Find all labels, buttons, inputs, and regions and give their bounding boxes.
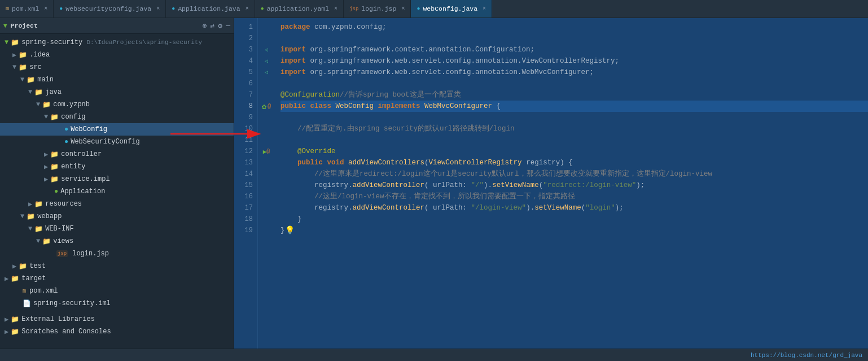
tree-com-yzpnb[interactable]: ▼ 📁 com.yzpnb [0,98,234,111]
gi-1 [259,21,274,33]
code-line-16: //这里/login-view不存在，肯定找不到，所以我们需要配置一下，指定其路… [280,191,868,202]
webconfig-java-icon: ● [417,6,420,12]
project-folder-icon: 📁 [11,38,19,47]
code-body[interactable]: package com.yzpnb.config; import org.spr… [275,18,868,349]
login-jsp-label: login.jsp [72,250,109,258]
iml-file-icon: 📄 [23,299,31,308]
tree-root[interactable]: ▼ 📁 spring-security D:\IdeaProjects\spri… [0,36,234,49]
tree-application[interactable]: ● Application [0,185,234,198]
src-folder-icon: 📁 [19,63,27,72]
gi-3-icon: ◁ [265,46,268,53]
tree-test[interactable]: ▶ 📁 test [0,260,234,272]
wsc-file-icon: ● [64,138,68,146]
tree-websecurityconfig[interactable]: ● WebSecurityConfig [0,136,234,148]
tree-webinf[interactable]: ▼ 📁 WEB-INF [0,223,234,235]
project-expand-icon: ▼ [5,38,8,46]
webinf-folder-icon: 📁 [34,225,43,233]
tree-entity[interactable]: ▶ 📁 entity [0,160,234,173]
ln-4: 4 [234,55,253,67]
tree-main[interactable]: ▼ 📁 main [0,73,234,86]
tree-idea[interactable]: ▶ 📁 .idea [0,49,234,61]
tree-external-libs[interactable]: ▶ 📁 External Libraries [0,313,234,325]
code-line-1: package com.yzpnb.config; [280,21,868,33]
gi-11 [259,134,274,146]
tree-java[interactable]: ▼ 📁 java [0,86,234,98]
tree-login-jsp[interactable]: jsp login.jsp [0,247,234,260]
tab-webconfig-java[interactable]: ● WebConfig.java × [411,0,492,18]
tab-pom-xml-close[interactable]: × [44,6,47,12]
com-label: com.yzpnb [53,101,90,108]
tab-application-java[interactable]: ● Application.java × [166,0,255,18]
gi-14 [259,168,274,180]
sync-icon[interactable]: ⇄ [211,21,215,31]
gi-12-run-icon[interactable]: ▶ [263,148,267,155]
tree-target[interactable]: ▶ 📁 target [0,272,234,285]
code-line-5: import org.springframework.web.servlet.c… [280,67,868,78]
tab-websecurity[interactable]: ● WebSecurityConfig.java × [54,0,166,18]
scratch-label: Scratches and Consoles [21,328,111,336]
gi-9 [259,112,274,123]
web-label: webapp [37,212,62,220]
tab-login-jsp-close[interactable]: × [401,6,405,12]
ln-8: 8 [234,101,253,112]
gi-8-bookmark[interactable]: @ [268,103,271,110]
tab-application-yaml-close[interactable]: × [334,6,337,12]
idea-expand-icon: ▶ [12,51,16,59]
gi-12-at-icon[interactable]: @ [266,149,270,155]
tree-controller[interactable]: ▶ 📁 controller [0,148,234,160]
tree-views[interactable]: ▼ 📁 views [0,235,234,247]
tree-scratches[interactable]: ▶ 📁 Scratches and Consoles [0,325,234,338]
tree-service[interactable]: ▶ 📁 service.impl [0,173,234,185]
tab-application-java-close[interactable]: × [246,6,249,12]
tree-webapp[interactable]: ▼ 📁 webapp [0,210,234,223]
gi-6 [259,78,274,89]
project-folder-icon: ▼ [3,23,7,29]
add-icon[interactable]: ⊕ [203,21,207,31]
tab-websecurity-close[interactable]: × [156,6,160,12]
code-line-12: @Override [280,146,868,157]
warning-bulb-icon[interactable]: 💡 [285,225,295,236]
tree-pom-xml[interactable]: m pom.xml [0,285,234,297]
login-jsp-icon: jsp [349,6,358,12]
tree-root-label: spring-security D:\IdeaProjects\spring-s… [21,38,202,46]
minimize-icon[interactable]: — [226,21,230,31]
settings-icon[interactable]: ⚙ [218,21,222,31]
svc-expand-icon: ▶ [44,175,48,184]
ln-9: 9 [234,112,253,123]
code-line-6 [280,78,868,89]
ln-6: 6 [234,78,253,89]
gi-5-icon: ◁ [265,69,268,76]
code-line-14: //这里原来是redirect:/login这个url是security默认ur… [280,168,868,180]
tree-src[interactable]: ▼ 📁 src [0,61,234,73]
code-line-9 [280,112,868,123]
web-folder-icon: 📁 [27,212,35,221]
ln-15: 15 [234,180,253,191]
ln-18: 18 [234,214,253,225]
iml-label: spring-security.iml [33,299,111,307]
tree-config[interactable]: ▼ 📁 config [0,111,234,123]
target-folder-icon: 📁 [11,275,19,283]
code-line-10: //配置重定向.由spring security的默认url路径跳转到/logi… [280,123,868,134]
sidebar-header: ▼ Project ⊕ ⇄ ⚙ — [0,18,234,34]
tree-resources[interactable]: ▶ 📁 resources [0,198,234,210]
ln-1: 1 [234,21,253,33]
ln-12: 12 [234,146,253,157]
com-folder-icon: 📁 [42,101,51,109]
gi-8-spring-icon[interactable]: ✿ [262,102,266,111]
tab-application-yaml[interactable]: ● application.yaml × [255,0,344,18]
main-area: ▼ Project ⊕ ⇄ ⚙ — ▼ 📁 spring-security D:… [0,18,868,349]
tree-webconfig[interactable]: ● WebConfig [0,123,234,136]
web-expand-icon: ▼ [20,212,24,220]
views-folder-icon: 📁 [42,237,51,246]
tree-iml[interactable]: 📄 spring-security.iml [0,297,234,310]
code-line-4: import org.springframework.web.servlet.c… [280,55,868,67]
status-url[interactable]: https://blog.csdn.net/grd_java [751,352,862,359]
java-expand-icon: ▼ [28,88,32,96]
tab-login-jsp[interactable]: jsp login.jsp × [344,0,411,18]
ln-7: 7 [234,89,253,101]
extlib-folder-icon: 📁 [11,315,19,324]
tab-application-java-label: Application.java [178,5,240,12]
extlib-expand-icon: ▶ [5,315,8,324]
tab-webconfig-java-close[interactable]: × [483,6,486,12]
tab-pom-xml[interactable]: m pom.xml × [0,0,54,18]
